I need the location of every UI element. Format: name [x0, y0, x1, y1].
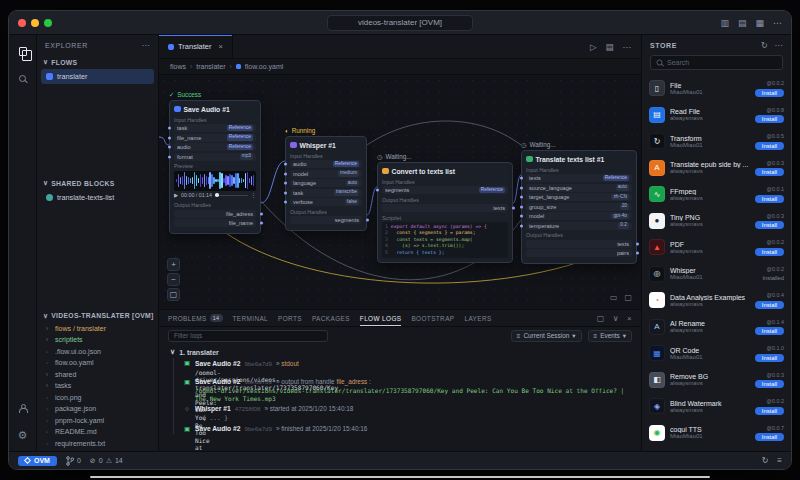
fit-view-button[interactable]: ▢	[167, 288, 180, 301]
output-handle[interactable]: texts	[382, 204, 508, 212]
flow-node[interactable]: ✓SuccessSave Audio #1Input HandlestaskRe…	[169, 91, 261, 234]
more-icon[interactable]: ⋯	[773, 18, 782, 28]
minimap-icon[interactable]: ▭	[610, 293, 618, 302]
run-flow-icon[interactable]: ▷	[590, 42, 597, 52]
output-handle[interactable]: file_adress	[174, 210, 256, 218]
panel-tab-flow-logs[interactable]: FLOW LOGS	[360, 310, 402, 326]
filter-logs-input[interactable]	[168, 330, 328, 342]
input-handle[interactable]: segmentsReference	[382, 186, 508, 194]
breadcrumb-flows[interactable]: flows	[170, 63, 186, 70]
store-item[interactable]: ◔Data Analysis Examplesalwaysmavs@0.0.4I…	[649, 287, 784, 314]
window-title[interactable]: videos-translater [OVM]	[327, 15, 473, 31]
shared-block-item[interactable]: translate-texts-list	[41, 190, 154, 205]
tab-translater[interactable]: Translater ×	[159, 35, 233, 58]
install-button[interactable]: Install	[755, 248, 784, 256]
scriptlet-code[interactable]: 1export default async (params) => {2 con…	[382, 222, 508, 258]
output-handle[interactable]: segments	[290, 216, 362, 224]
input-handle[interactable]: temperature0.2	[526, 222, 632, 230]
store-search-input[interactable]	[667, 59, 777, 66]
branch-indicator[interactable]: 0	[66, 456, 81, 466]
input-handle[interactable]: tasktranscribe	[290, 189, 362, 197]
flow-canvas[interactable]: ✓SuccessSave Audio #1Input HandlestaskRe…	[159, 75, 641, 309]
node-card[interactable]: Translate texts list #1Input Handlestext…	[521, 150, 637, 264]
store-item[interactable]: AAI Renamealwaysmavs@0.1.4Install	[649, 314, 784, 341]
store-item[interactable]: ▲PDFalwaysmavs@0.0.2Install	[649, 234, 784, 261]
panel-tab-ports[interactable]: PORTS	[278, 310, 302, 326]
search-icon[interactable]	[14, 70, 32, 86]
tree-file-item[interactable]: ›flows / translater	[37, 323, 158, 335]
install-button[interactable]: Install	[755, 195, 784, 203]
input-handle[interactable]: textsReference	[526, 174, 632, 182]
tree-file-item[interactable]: ◦package.json	[37, 403, 158, 415]
log-row[interactable]: ▣Save Audio #29be6a7d9» finished at 2025…	[183, 423, 632, 434]
store-item[interactable]: ▦QR CodeMiaoMiao01@0.1.0Install	[649, 340, 784, 367]
close-tab-icon[interactable]: ×	[218, 42, 222, 51]
input-handle[interactable]: modelgpt-4o	[526, 212, 632, 220]
input-handle[interactable]: file_nameReference	[174, 134, 256, 142]
breadcrumb-file[interactable]: flow.oo.yaml	[245, 63, 284, 70]
sync-icon[interactable]: ↻	[762, 456, 769, 465]
tree-file-item[interactable]: ◦flow.oo.yaml	[37, 357, 158, 369]
problems-indicator[interactable]: ⊘ 0 ⚠ 14	[90, 457, 123, 465]
log-row[interactable]: ○Whisper #147258f08» started at 2025/1/2…	[183, 404, 632, 415]
input-handle[interactable]: languageauto	[290, 179, 362, 187]
store-item[interactable]: ▯FileMiaoMiao01@0.0.2Install	[649, 75, 784, 102]
account-icon[interactable]	[14, 400, 32, 416]
collapse-panel-icon[interactable]: ∨	[613, 314, 619, 323]
store-item[interactable]: ∿FFmpegalwaysmavs@0.0.1Install	[649, 181, 784, 208]
layout-grid-icon[interactable]: ▤	[738, 18, 747, 28]
tree-file-item[interactable]: ◦requirements.txt	[37, 438, 158, 450]
install-button[interactable]: Install	[755, 380, 784, 388]
session-dropdown[interactable]: ≡ Current Session ▾	[511, 330, 582, 342]
titlebar[interactable]: videos-translater [OVM] ▥ ▤ ▦ ⋯	[9, 11, 791, 35]
tree-file-item[interactable]: ›shared	[37, 369, 158, 381]
store-item[interactable]: ◉coqui TTSMiaoMiao01@0.0.7Install	[649, 420, 784, 447]
breadcrumb-translater[interactable]: translater	[196, 63, 225, 70]
tree-file-item[interactable]: ◦README.md	[37, 426, 158, 438]
breadcrumb[interactable]: flows › translater › flow.oo.yaml	[159, 59, 641, 75]
zoom-out-button[interactable]: −	[167, 273, 180, 286]
maximize-panel-icon[interactable]: ▢	[597, 314, 605, 323]
events-dropdown[interactable]: ≡ Events ▾	[588, 330, 633, 342]
split-editor-icon[interactable]: ▤	[605, 42, 613, 52]
install-button[interactable]: Install	[755, 433, 784, 441]
explorer-more-icon[interactable]: ⋯	[141, 41, 150, 50]
install-button[interactable]: Install	[755, 142, 784, 150]
section-flows[interactable]: ∨ FLOWS	[37, 55, 158, 69]
panel-tab-layers[interactable]: LAYERS	[464, 310, 491, 326]
input-handle[interactable]: verbosefalse	[290, 198, 362, 206]
input-handle[interactable]: target_languagezh-CN	[526, 193, 632, 201]
flow-node[interactable]: ◐RunningWhisper #1Input HandlesaudioRefe…	[285, 127, 367, 231]
notifications-icon[interactable]: ≡	[777, 456, 782, 465]
output-handle[interactable]: texts	[526, 240, 632, 248]
input-handle[interactable]: formatmp3	[174, 153, 256, 161]
toggle-sidebar-icon[interactable]: ▥	[720, 18, 729, 28]
log-row[interactable]: ▣Save Audio #29be6a7d9» stdout	[183, 358, 632, 369]
play-icon[interactable]: ▶	[174, 192, 178, 198]
audio-player[interactable]: ▶00:00 / 01:14⋮	[174, 191, 256, 200]
store-item[interactable]: ●Tiny PNGalwaysmavs@0.0.3Install	[649, 208, 784, 235]
node-card[interactable]: Convert to texts listInput Handlessegmen…	[377, 162, 513, 263]
install-button[interactable]: Install	[755, 89, 784, 97]
section-project[interactable]: ∨ VIDEOS-TRANSLATER [OVM]	[37, 309, 158, 323]
flow-node[interactable]: ◷Waiting...Translate texts list #1Input …	[521, 141, 637, 264]
tree-file-item[interactable]: ›scriptlets	[37, 334, 158, 346]
install-button[interactable]: Install	[755, 327, 784, 335]
store-item[interactable]: ◎WhisperMiaoMiao01@0.0.2Installed	[649, 261, 784, 288]
settings-gear-icon[interactable]: ⚙	[14, 427, 32, 443]
minimize-window-button[interactable]	[31, 19, 39, 27]
panel-tab-problems[interactable]: PROBLEMS14	[168, 310, 223, 326]
install-button[interactable]: Install	[755, 407, 784, 415]
files-icon[interactable]	[14, 43, 32, 59]
store-item[interactable]: ↻TransformMiaoMiao01@0.0.5Install	[649, 128, 784, 155]
input-handle[interactable]: modelmedium	[290, 170, 362, 178]
player-menu-icon[interactable]: ⋮	[251, 192, 256, 198]
store-item[interactable]: ATranslate epub side by ...alwaysmavs@0.…	[649, 155, 784, 182]
install-button[interactable]: Install	[755, 168, 784, 176]
close-window-button[interactable]	[18, 19, 26, 27]
output-handle[interactable]: pairs	[526, 249, 632, 257]
input-handle[interactable]: group_size20	[526, 203, 632, 211]
store-item[interactable]: ◈Blind Watermarkalwaysmavs@0.0.2Install	[649, 393, 784, 420]
panel-tab-terminal[interactable]: TERMINAL	[233, 310, 269, 326]
close-panel-icon[interactable]: ×	[627, 314, 632, 323]
